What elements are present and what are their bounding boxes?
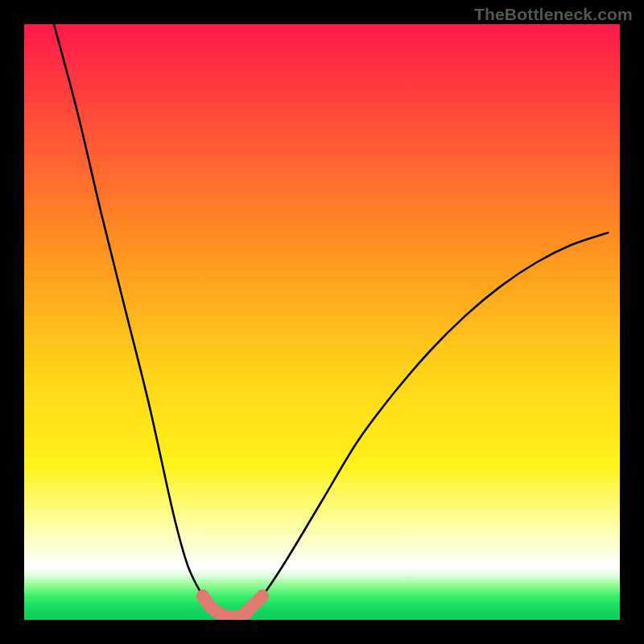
highlight-dots xyxy=(196,589,269,602)
image-frame: TheBottleneck.com xyxy=(0,0,644,644)
chart-background xyxy=(24,24,620,620)
watermark-text: TheBottleneck.com xyxy=(474,5,633,24)
bottleneck-curve xyxy=(54,24,608,617)
highlight-band xyxy=(203,596,262,617)
svg-point-1 xyxy=(256,589,269,602)
chart-svg xyxy=(24,24,620,620)
svg-point-0 xyxy=(196,589,209,602)
